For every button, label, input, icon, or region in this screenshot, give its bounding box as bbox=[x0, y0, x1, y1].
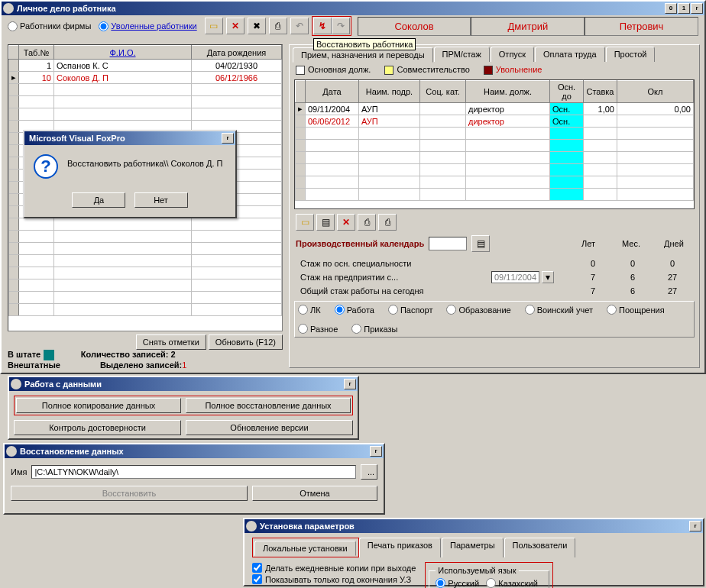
app-icon bbox=[11, 379, 21, 389]
date-picker-icon[interactable]: ▾ bbox=[542, 271, 554, 283]
redo-icon[interactable]: ↷ bbox=[332, 18, 350, 34]
dlg-message: Восстановить работника\\ Соколов Д. П bbox=[67, 154, 222, 168]
print2-icon[interactable]: ⎙ bbox=[378, 214, 397, 231]
full-copy-button[interactable]: Полное копирование данных bbox=[16, 398, 181, 413]
chk-daily-backup[interactable]: Делать ежедневные копии при выходе bbox=[252, 562, 416, 573]
integrity-button[interactable]: Контроль достоверности bbox=[14, 420, 181, 435]
assignment-grid[interactable]: Дата Наим. подр. Соц. кат. Наим. долж. О… bbox=[294, 79, 695, 209]
col-tabno[interactable]: Таб.№ bbox=[19, 46, 54, 60]
unmark-button[interactable]: Снять отметки bbox=[136, 334, 206, 350]
r-military[interactable]: Воинский учет bbox=[525, 305, 593, 315]
print1-icon[interactable]: ⎙ bbox=[358, 214, 376, 231]
data-ops-window: Работа с данными r Полное копирование да… bbox=[8, 376, 359, 440]
print-icon[interactable]: ⎙ bbox=[269, 18, 287, 34]
yes-button[interactable]: Да bbox=[72, 192, 125, 208]
cal-open-icon[interactable]: ▤ bbox=[471, 235, 490, 252]
new-icon[interactable]: ▭ bbox=[205, 18, 223, 34]
full-restore-button[interactable]: Полное восстановление данных bbox=[186, 398, 351, 413]
add-icon[interactable]: ▭ bbox=[296, 214, 314, 231]
status-line: В штате Количество записей: 2 Внештатные… bbox=[8, 350, 186, 370]
minimize-button[interactable]: 0 bbox=[665, 3, 677, 14]
restore-group: ↯ ↷ bbox=[312, 16, 351, 36]
radio-kz[interactable]: Казахский bbox=[486, 578, 538, 588]
r-lk[interactable]: ЛК bbox=[298, 305, 321, 315]
tab-params[interactable]: Параметры bbox=[442, 538, 504, 557]
dlg-close-button[interactable]: r bbox=[222, 133, 234, 144]
cal-input[interactable] bbox=[429, 237, 467, 250]
confirm-dialog: Microsoft Visual FoxPro r ? Восстановить… bbox=[23, 130, 237, 218]
restore-window: Восстановление данных r Имя ... Восстано… bbox=[3, 443, 385, 515]
category-radios: ЛК Работа Паспорт Образование Воинский у… bbox=[294, 301, 695, 338]
close-button[interactable]: r bbox=[691, 3, 703, 14]
tab-users[interactable]: Пользователи bbox=[504, 538, 576, 557]
table-row[interactable]: 06/06/2012 АУП директор Осн. bbox=[296, 115, 694, 128]
update-version-button[interactable]: Обновление версии bbox=[186, 420, 353, 435]
main-title: Личное дело работника bbox=[17, 4, 665, 13]
edit-icon[interactable]: ▤ bbox=[316, 214, 335, 231]
question-icon: ? bbox=[34, 154, 58, 179]
del-icon[interactable]: ✕ bbox=[337, 214, 355, 231]
main-titlebar: Личное дело работника 0 1 r bbox=[2, 2, 704, 15]
status-color-icon bbox=[44, 350, 54, 360]
close-button[interactable]: r bbox=[370, 446, 382, 457]
name-label: Имя bbox=[11, 467, 27, 477]
sub-toolbar: ▭ ▤ ✕ ⎙ ⎙ bbox=[290, 211, 699, 234]
app-icon bbox=[246, 521, 257, 531]
seniority-grid: Стаж по осн. специальности 000 Стаж на п… bbox=[296, 257, 693, 298]
app-icon bbox=[3, 3, 14, 14]
radio-firm[interactable]: Работники фирмы bbox=[8, 21, 91, 31]
tab-print[interactable]: Печать приказов bbox=[359, 538, 441, 557]
restore-icon[interactable]: ↯ bbox=[313, 18, 332, 34]
cancel-button[interactable]: Отмена bbox=[252, 486, 377, 501]
legend-combo-icon bbox=[384, 66, 393, 75]
table-row[interactable]: ▸ 09/11/2004 АУП директор Осн. 1,00 0,00 bbox=[296, 103, 694, 115]
restore-tooltip: Восстановить работника bbox=[313, 38, 416, 50]
r-award[interactable]: Поощрения bbox=[607, 305, 665, 315]
tab-local[interactable]: Локальные установки bbox=[254, 541, 356, 556]
r-edu[interactable]: Образование bbox=[446, 305, 510, 315]
tab-pay[interactable]: Оплата труда bbox=[535, 47, 605, 62]
lastname-cell: Соколов bbox=[358, 17, 471, 36]
settings-window: Установка параметров r Локальные установ… bbox=[243, 518, 704, 586]
top-toolbar: Работники фирмы Уволенные работники ▭ ✕ … bbox=[2, 15, 704, 37]
chk-year-only[interactable]: Показывать только год окончания У.З bbox=[252, 573, 416, 585]
tab-prm[interactable]: ПРМ/стаж bbox=[434, 47, 490, 62]
tab-idle[interactable]: Простой bbox=[606, 47, 656, 62]
close-button[interactable]: r bbox=[344, 379, 356, 389]
radio-ru[interactable]: Русский bbox=[436, 578, 479, 588]
lang-fieldset: Используемый язык Русский Казахский bbox=[429, 566, 549, 588]
col-fio[interactable]: Ф.И.О. bbox=[54, 46, 192, 60]
delete-icon[interactable]: ✕ bbox=[226, 18, 245, 34]
r-passport[interactable]: Паспорт bbox=[388, 305, 433, 315]
undo-icon[interactable]: ↶ bbox=[290, 18, 309, 34]
calendar-row: Производственный календарь ▤ Лет Мес. Дн… bbox=[290, 234, 699, 254]
table-row[interactable]: ▸ 10 Соколов Д. П 06/12/1966 bbox=[9, 72, 282, 84]
col-dob[interactable]: Дата рождения bbox=[192, 46, 282, 60]
tab-vacation[interactable]: Отпуск bbox=[491, 47, 534, 62]
close-button[interactable]: r bbox=[689, 521, 701, 531]
legend-main-icon bbox=[296, 66, 305, 75]
name-cells: Соколов Дмитрий Петрович bbox=[358, 17, 698, 36]
restore-button: Восстановить bbox=[11, 486, 248, 501]
legend-fire-icon bbox=[484, 66, 493, 75]
tools-icon[interactable]: ✖ bbox=[248, 18, 266, 34]
legend-row: Основная долж. Совместительство Увольнен… bbox=[290, 62, 699, 78]
since-date-input[interactable]: 09/11/2004 bbox=[491, 271, 539, 283]
r-misc[interactable]: Разное bbox=[298, 324, 338, 334]
maximize-button[interactable]: 1 bbox=[678, 3, 690, 14]
dlg-titlebar: Microsoft Visual FoxPro r bbox=[24, 131, 235, 145]
browse-button[interactable]: ... bbox=[361, 464, 377, 480]
radio-fired[interactable]: Уволенные работники bbox=[99, 21, 196, 31]
details-pane: Прием, назначения и переводы ПРМ/стаж От… bbox=[289, 44, 700, 368]
app-icon bbox=[6, 446, 17, 457]
refresh-button[interactable]: Обновить (F12) bbox=[209, 334, 283, 350]
r-work[interactable]: Работа bbox=[335, 305, 374, 315]
no-button[interactable]: Нет bbox=[134, 192, 188, 208]
table-row[interactable]: 1 Оспанов К. С 04/02/1930 bbox=[9, 60, 282, 72]
r-orders[interactable]: Приказы bbox=[351, 324, 397, 334]
firstname-cell: Дмитрий bbox=[471, 17, 585, 36]
patronymic-cell: Петрович bbox=[585, 17, 698, 36]
path-input[interactable] bbox=[31, 465, 356, 479]
